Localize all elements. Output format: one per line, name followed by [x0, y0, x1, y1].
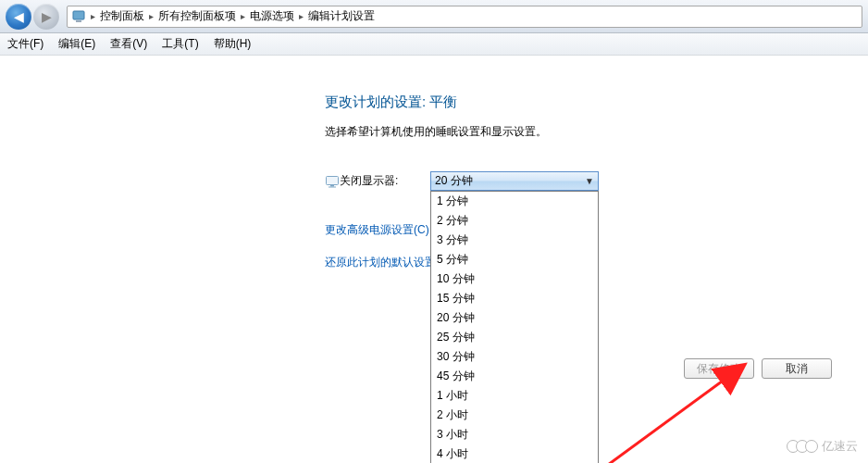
dropdown-option[interactable]: 5 分钟	[431, 250, 598, 269]
dropdown-option[interactable]: 2 小时	[431, 406, 598, 425]
address-bar[interactable]: ▸ 控制面板 ▸ 所有控制面板项 ▸ 电源选项 ▸ 编辑计划设置	[67, 6, 862, 28]
dropdown-option[interactable]: 45 分钟	[431, 367, 598, 386]
watermark-icon	[790, 440, 818, 453]
breadcrumb-item[interactable]: 所有控制面板项	[158, 8, 236, 24]
nav-forward-button[interactable]: ▶	[33, 4, 59, 30]
watermark: 亿速云	[790, 438, 858, 455]
menu-bar: 文件(F) 编辑(E) 查看(V) 工具(T) 帮助(H)	[0, 33, 868, 56]
dropdown-option[interactable]: 15 分钟	[431, 289, 598, 308]
menu-edit[interactable]: 编辑(E)	[58, 36, 95, 52]
breadcrumb-item[interactable]: 电源选项	[250, 8, 294, 24]
menu-file[interactable]: 文件(F)	[7, 36, 43, 52]
svg-rect-4	[329, 186, 336, 187]
menu-view[interactable]: 查看(V)	[110, 36, 147, 52]
dropdown-option[interactable]: 3 小时	[431, 425, 598, 444]
chevron-right-icon: ▸	[91, 11, 95, 21]
svg-rect-0	[73, 11, 84, 19]
page-subtitle: 选择希望计算机使用的睡眠设置和显示设置。	[325, 124, 843, 140]
watermark-text: 亿速云	[822, 438, 858, 455]
display-off-combo[interactable]: 20 分钟 ▼	[430, 171, 599, 191]
dropdown-option[interactable]: 10 分钟	[431, 269, 598, 289]
svg-line-5	[584, 366, 743, 463]
svg-rect-1	[76, 20, 81, 22]
navigation-bar: ◀ ▶ ▸ 控制面板 ▸ 所有控制面板项 ▸ 电源选项 ▸ 编辑计划设置	[0, 0, 868, 33]
display-off-dropdown[interactable]: 1 分钟2 分钟3 分钟5 分钟10 分钟15 分钟20 分钟25 分钟30 分…	[430, 191, 599, 463]
dropdown-option[interactable]: 20 分钟	[431, 308, 598, 328]
dialog-buttons: 保存修改 取消	[684, 358, 832, 379]
dropdown-option[interactable]: 2 分钟	[431, 211, 598, 231]
content-area: 更改计划的设置: 平衡 选择希望计算机使用的睡眠设置和显示设置。 关闭显示器: …	[0, 56, 868, 463]
nav-back-button[interactable]: ◀	[6, 4, 31, 30]
dropdown-option[interactable]: 1 分钟	[431, 192, 598, 211]
chevron-right-icon: ▸	[299, 11, 304, 21]
control-panel-icon	[71, 9, 86, 24]
chevron-right-icon: ▸	[241, 11, 245, 21]
display-off-label: 关闭显示器:	[340, 173, 430, 189]
menu-tools[interactable]: 工具(T)	[162, 36, 198, 52]
combo-value: 20 分钟	[435, 173, 473, 189]
chevron-down-icon: ▼	[585, 176, 594, 186]
svg-rect-3	[330, 185, 334, 187]
menu-help[interactable]: 帮助(H)	[214, 36, 252, 52]
dropdown-option[interactable]: 25 分钟	[431, 328, 598, 347]
display-off-row: 关闭显示器: 20 分钟 ▼ 1 分钟2 分钟3 分钟5 分钟10 分钟15 分…	[325, 171, 843, 191]
dropdown-option[interactable]: 3 分钟	[431, 231, 598, 250]
breadcrumb-item[interactable]: 控制面板	[100, 8, 144, 24]
chevron-right-icon: ▸	[149, 11, 154, 21]
breadcrumb-item[interactable]: 编辑计划设置	[308, 8, 375, 24]
svg-rect-2	[327, 176, 339, 184]
dropdown-option[interactable]: 1 小时	[431, 386, 598, 406]
arrow-left-icon: ◀	[14, 9, 24, 24]
page-title: 更改计划的设置: 平衡	[325, 94, 843, 111]
dropdown-option[interactable]: 30 分钟	[431, 347, 598, 367]
save-button[interactable]: 保存修改	[684, 358, 754, 379]
cancel-button[interactable]: 取消	[762, 358, 832, 379]
arrow-right-icon: ▶	[42, 9, 52, 24]
monitor-icon	[325, 174, 340, 189]
dropdown-option[interactable]: 4 小时	[431, 444, 598, 463]
